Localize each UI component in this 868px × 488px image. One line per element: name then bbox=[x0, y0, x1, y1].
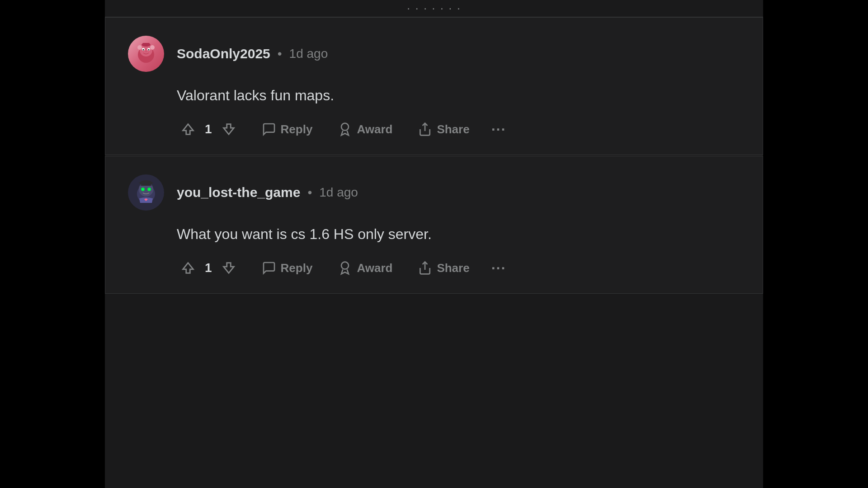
svg-rect-10 bbox=[142, 43, 150, 46]
timestamp-1: 1d ago bbox=[289, 47, 328, 61]
downvote-button-1[interactable] bbox=[217, 120, 240, 139]
upvote-icon-2 bbox=[180, 260, 196, 276]
share-icon-2 bbox=[418, 261, 432, 275]
vote-group-1: 1 bbox=[177, 120, 240, 139]
svg-point-20 bbox=[341, 262, 349, 269]
comment-body-1: Valorant lacks fun maps. bbox=[128, 84, 740, 106]
top-bar: · · · · · · · bbox=[105, 0, 763, 17]
separator-1: • bbox=[278, 47, 282, 61]
comment-body-2: What you want is cs 1.6 HS only server. bbox=[128, 223, 740, 245]
top-bar-text: · · · · · · · bbox=[407, 1, 461, 15]
award-label-2: Award bbox=[357, 261, 392, 275]
award-button-2[interactable]: Award bbox=[334, 259, 396, 277]
reply-icon-2 bbox=[262, 261, 276, 275]
comment-card-2: you_lost-the_game • 1d ago What you want… bbox=[105, 156, 763, 294]
share-icon-1 bbox=[418, 122, 432, 136]
avatar-2 bbox=[128, 174, 164, 211]
reply-button-2[interactable]: Reply bbox=[258, 259, 316, 277]
comment-card-1: SodaOnly2025 • 1d ago Valorant lacks fun… bbox=[105, 17, 763, 155]
timestamp-2: 1d ago bbox=[319, 185, 358, 200]
comment-actions-1: 1 Reply Award bbox=[128, 120, 740, 139]
share-button-1[interactable]: Share bbox=[414, 120, 473, 138]
svg-point-6 bbox=[143, 49, 144, 51]
upvote-icon-1 bbox=[180, 122, 196, 137]
comment-header-2: you_lost-the_game • 1d ago bbox=[128, 174, 740, 211]
upvote-button-1[interactable] bbox=[177, 120, 199, 139]
svg-point-19 bbox=[148, 188, 150, 190]
page-container: · · · · · · · bbox=[105, 0, 763, 488]
comment-header-1: SodaOnly2025 • 1d ago bbox=[128, 36, 740, 72]
share-button-2[interactable]: Share bbox=[414, 259, 473, 277]
award-icon-2 bbox=[338, 261, 352, 275]
svg-point-3 bbox=[150, 45, 155, 50]
svg-point-2 bbox=[137, 45, 142, 50]
vote-count-1: 1 bbox=[205, 122, 212, 136]
vote-group-2: 1 bbox=[177, 258, 240, 277]
reply-button-1[interactable]: Reply bbox=[258, 120, 316, 138]
username-2: you_lost-the_game bbox=[177, 185, 300, 200]
downvote-icon-2 bbox=[221, 260, 236, 276]
svg-point-8 bbox=[146, 51, 146, 52]
svg-point-7 bbox=[148, 49, 150, 51]
upvote-button-2[interactable] bbox=[177, 258, 199, 277]
avatar-1 bbox=[128, 36, 164, 72]
more-button-1[interactable]: ··· bbox=[491, 121, 506, 138]
award-icon-1 bbox=[338, 122, 352, 136]
svg-point-18 bbox=[142, 188, 144, 190]
award-label-1: Award bbox=[357, 122, 392, 136]
svg-point-11 bbox=[341, 123, 349, 131]
username-1: SodaOnly2025 bbox=[177, 46, 270, 61]
share-label-2: Share bbox=[437, 261, 469, 275]
award-button-1[interactable]: Award bbox=[334, 120, 396, 138]
vote-count-2: 1 bbox=[205, 261, 212, 275]
reply-icon-1 bbox=[262, 122, 276, 136]
comment-actions-2: 1 Reply Award bbox=[128, 258, 740, 277]
reply-label-2: Reply bbox=[281, 261, 313, 275]
share-label-1: Share bbox=[437, 122, 469, 136]
separator-2: • bbox=[307, 185, 312, 200]
downvote-button-2[interactable] bbox=[217, 258, 240, 277]
more-button-2[interactable]: ··· bbox=[491, 260, 506, 277]
downvote-icon-1 bbox=[221, 122, 236, 137]
reply-label-1: Reply bbox=[281, 122, 313, 136]
